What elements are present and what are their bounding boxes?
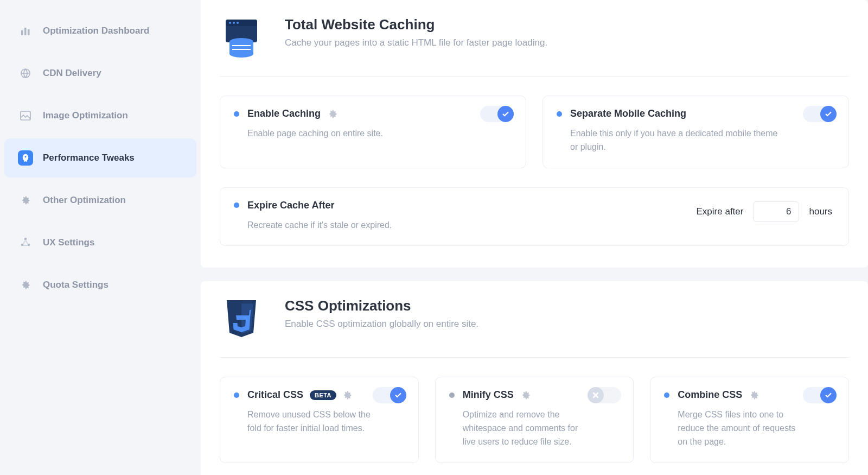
card-desc: Merge CSS files into one to reduce the a… xyxy=(664,408,805,448)
sidebar-item-cdn-delivery[interactable]: CDN Delivery xyxy=(4,54,196,93)
bar-chart-icon xyxy=(18,23,33,39)
gear-icon[interactable] xyxy=(327,109,338,119)
beta-badge: BETA xyxy=(310,390,336,400)
sidebar-item-optimization-dashboard[interactable]: Optimization Dashboard xyxy=(4,11,196,50)
card-critical-css: Critical CSS BETA Remove unused CSS belo… xyxy=(220,377,419,463)
expire-unit: hours xyxy=(809,206,832,217)
svg-point-7 xyxy=(28,244,30,246)
card-desc: Optimize and remove the whitespace and c… xyxy=(449,408,590,448)
status-dot-icon xyxy=(234,392,239,398)
main-content: Total Website Caching Cache your pages i… xyxy=(201,0,868,475)
status-dot-icon xyxy=(234,111,239,117)
check-icon xyxy=(820,387,837,403)
gear-icon[interactable] xyxy=(342,390,353,401)
svg-rect-0 xyxy=(21,30,23,35)
card-expire-cache: Expire Cache After Recreate cache if it'… xyxy=(220,187,849,246)
panel-subtitle: Cache your pages into a static HTML file… xyxy=(285,37,547,48)
sidebar-item-label: CDN Delivery xyxy=(43,68,101,79)
card-title: Minify CSS xyxy=(463,389,514,401)
css-shield-icon xyxy=(220,297,263,341)
gear-icon xyxy=(18,193,33,208)
check-icon xyxy=(390,387,406,403)
panel-header: CSS Optimizations Enable CSS optimizatio… xyxy=(220,297,849,358)
svg-rect-4 xyxy=(21,111,30,120)
panel-total-website-caching: Total Website Caching Cache your pages i… xyxy=(201,0,868,268)
check-icon xyxy=(497,106,514,122)
panel-header: Total Website Caching Cache your pages i… xyxy=(220,16,849,77)
toggle-critical-css[interactable] xyxy=(373,387,406,403)
card-desc: Recreate cache if it's stale or expired. xyxy=(234,219,462,232)
card-enable-caching: Enable Caching Enable page caching on en… xyxy=(220,96,526,168)
card-title: Expire Cache After xyxy=(247,200,334,211)
sidebar-item-quota-settings[interactable]: Quota Settings xyxy=(4,265,196,305)
sidebar-item-label: Other Optimization xyxy=(43,195,126,206)
rocket-icon xyxy=(18,150,33,166)
card-desc: Enable this only if you have a dedicated… xyxy=(557,127,784,154)
card-title: Combine CSS xyxy=(678,389,742,401)
svg-point-15 xyxy=(229,50,253,58)
panel-css-optimizations: CSS Optimizations Enable CSS optimizatio… xyxy=(201,281,868,475)
svg-rect-1 xyxy=(24,28,27,35)
check-icon xyxy=(820,106,837,122)
toggle-combine-css[interactable] xyxy=(803,387,837,403)
card-combine-css: Combine CSS Merge CSS files into one to … xyxy=(650,377,849,463)
gear-icon[interactable] xyxy=(749,390,760,401)
sidebar-item-ux-settings[interactable]: UX Settings xyxy=(4,223,196,262)
card-title: Critical CSS xyxy=(247,389,303,401)
status-dot-icon xyxy=(557,111,562,117)
svg-point-10 xyxy=(229,22,231,24)
network-icon xyxy=(18,235,33,250)
expire-label: Expire after xyxy=(697,206,744,217)
svg-point-12 xyxy=(237,22,239,24)
card-title: Separate Mobile Caching xyxy=(570,108,686,119)
panel-title: CSS Optimizations xyxy=(285,297,478,314)
card-title: Enable Caching xyxy=(247,108,321,119)
status-dot-icon xyxy=(664,392,669,398)
svg-rect-2 xyxy=(28,29,30,35)
sidebar-item-image-optimization[interactable]: Image Optimization xyxy=(4,96,196,135)
card-desc: Enable page caching on entire site. xyxy=(234,127,462,141)
sidebar-item-label: Quota Settings xyxy=(43,280,108,290)
panel-title: Total Website Caching xyxy=(285,16,547,33)
sidebar-item-performance-tweaks[interactable]: Performance Tweaks xyxy=(4,138,196,178)
database-window-icon xyxy=(220,16,263,60)
card-separate-mobile-caching: Separate Mobile Caching Enable this only… xyxy=(542,96,849,168)
card-minify-css: Minify CSS Optimize and remove the white… xyxy=(435,377,634,463)
sidebar-item-label: Image Optimization xyxy=(43,110,128,121)
x-icon xyxy=(588,387,604,403)
sidebar-item-other-optimization[interactable]: Other Optimization xyxy=(4,181,196,220)
svg-point-5 xyxy=(24,238,27,240)
status-dot-icon xyxy=(449,392,455,398)
gear-icon[interactable] xyxy=(520,390,531,401)
sidebar-item-label: UX Settings xyxy=(43,237,94,248)
gear-icon xyxy=(18,277,33,293)
toggle-minify-css[interactable] xyxy=(588,387,621,403)
sidebar-item-label: Performance Tweaks xyxy=(43,153,135,163)
sidebar: Optimization Dashboard CDN Delivery Imag… xyxy=(0,0,201,475)
image-icon xyxy=(18,108,33,123)
card-desc: Remove unused CSS below the fold for fas… xyxy=(234,408,375,435)
svg-point-6 xyxy=(21,244,24,246)
sidebar-item-label: Optimization Dashboard xyxy=(43,26,149,36)
svg-point-11 xyxy=(233,22,235,24)
status-dot-icon xyxy=(234,202,239,208)
toggle-enable-caching[interactable] xyxy=(480,106,514,122)
toggle-mobile-caching[interactable] xyxy=(803,106,837,122)
globe-icon xyxy=(18,66,33,81)
panel-subtitle: Enable CSS optimization globally on enti… xyxy=(285,319,478,330)
expire-hours-input[interactable] xyxy=(753,201,799,222)
